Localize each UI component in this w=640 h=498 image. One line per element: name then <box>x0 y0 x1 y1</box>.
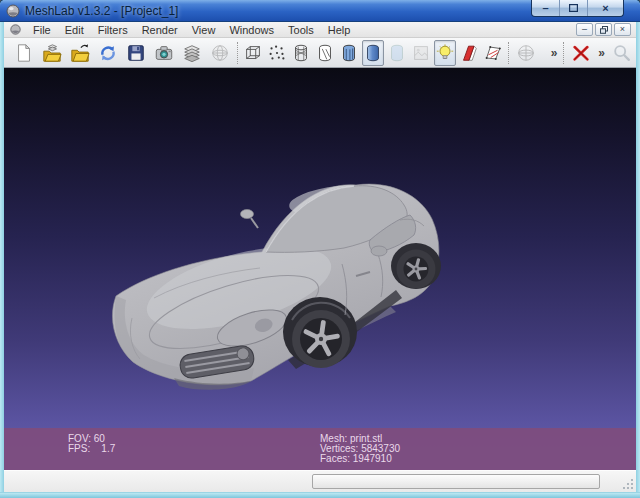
fps-readout: FPS: 1.7 <box>68 444 115 454</box>
statusbar <box>4 470 636 492</box>
close-button[interactable]: × <box>588 0 623 16</box>
window-border-bottom[interactable] <box>0 492 640 498</box>
reload-mesh-button[interactable] <box>95 40 121 66</box>
mdi-restore-button[interactable] <box>595 23 612 36</box>
progress-bar <box>312 474 600 489</box>
close-icon: × <box>602 2 608 14</box>
menubar: File Edit Filters Render View Windows To… <box>4 22 636 38</box>
menu-view[interactable]: View <box>185 23 223 37</box>
toolbar-overflow-chevron[interactable]: » <box>548 46 561 60</box>
trackball-globe-button[interactable] <box>513 40 539 66</box>
mdi-minimize-button[interactable]: – <box>576 23 593 36</box>
layers-stack-icon <box>182 43 202 63</box>
open-project-button[interactable] <box>39 40 65 66</box>
flat-lines-cylinder-icon <box>339 43 359 63</box>
backface-wedge-icon <box>459 43 479 63</box>
minimize-button[interactable]: – <box>532 0 560 16</box>
save-floppy-icon <box>126 43 146 63</box>
mdi-close-button[interactable]: × <box>614 23 631 36</box>
points-icon <box>267 43 287 63</box>
minimize-icon: – <box>542 2 548 14</box>
maximize-icon <box>569 4 578 12</box>
render-hidden-lines-button[interactable] <box>314 40 336 66</box>
search-magnifier-icon <box>612 43 632 63</box>
backface-culling-button[interactable] <box>458 40 480 66</box>
light-toggle-button[interactable] <box>434 40 456 66</box>
texture-icon <box>411 43 431 63</box>
faces-readout: Faces: 1947910 <box>320 454 400 464</box>
mdi-child-icon <box>10 24 21 35</box>
render-texture-button[interactable] <box>410 40 432 66</box>
show-trackball-button[interactable] <box>207 40 233 66</box>
toolbar-separator <box>563 42 564 64</box>
hidden-lines-cylinder-icon <box>315 43 335 63</box>
import-mesh-button[interactable] <box>67 40 93 66</box>
menu-filters[interactable]: Filters <box>91 23 135 37</box>
menu-file[interactable]: File <box>26 23 58 37</box>
selected-face-icon <box>483 43 503 63</box>
resize-grip[interactable] <box>622 478 634 490</box>
menu-edit[interactable]: Edit <box>58 23 91 37</box>
flat-cylinder-icon <box>387 43 407 63</box>
selected-face-rendering-button[interactable] <box>482 40 504 66</box>
mdi-window-controls: – × <box>576 23 631 36</box>
maximize-button[interactable] <box>560 0 588 16</box>
viewport-info-overlay: FOV: 60 FPS: 1.7 Mesh: print.stl Vertice… <box>4 428 636 470</box>
meshlab-logo-icon <box>6 4 20 18</box>
menu-windows[interactable]: Windows <box>222 23 281 37</box>
new-empty-project-button[interactable] <box>11 40 37 66</box>
open-project-folder-icon <box>42 43 62 63</box>
search-button[interactable] <box>609 40 635 66</box>
red-x-icon <box>571 43 591 63</box>
mdi-close-icon: × <box>620 25 625 34</box>
window-border-right[interactable] <box>636 22 640 492</box>
render-bounding-box-button[interactable] <box>242 40 264 66</box>
import-mesh-folder-icon <box>70 43 90 63</box>
render-flat-button[interactable] <box>386 40 408 66</box>
smooth-cylinder-icon <box>363 43 383 63</box>
show-layer-dialog-button[interactable] <box>179 40 205 66</box>
bounding-box-icon <box>243 43 263 63</box>
light-bulb-icon <box>435 43 455 63</box>
3d-viewport[interactable]: FOV: 60 FPS: 1.7 Mesh: print.stl Vertice… <box>4 68 636 470</box>
render-wireframe-button[interactable] <box>290 40 312 66</box>
window-controls: – × <box>531 0 624 17</box>
new-document-icon <box>14 43 34 63</box>
menu-tools[interactable]: Tools <box>281 23 321 37</box>
menu-render[interactable]: Render <box>135 23 185 37</box>
toolbar: » » <box>4 38 636 68</box>
camera-icon <box>154 43 174 63</box>
reload-arrows-icon <box>98 43 118 63</box>
toolbar-separator <box>237 42 238 64</box>
meshlab-window: MeshLab v1.3.2 - [Project_1] – × File Ed… <box>0 0 640 498</box>
trackball-globe-icon <box>516 43 536 63</box>
globe-icon <box>210 43 230 63</box>
export-mesh-button[interactable] <box>123 40 149 66</box>
snapshot-button[interactable] <box>151 40 177 66</box>
render-smooth-button[interactable] <box>362 40 384 66</box>
toolbar-overflow-chevron[interactable]: » <box>595 46 608 60</box>
menu-help[interactable]: Help <box>321 23 358 37</box>
delete-current-mesh-button[interactable] <box>568 40 594 66</box>
toolbar-separator <box>508 42 509 64</box>
mdi-restore-icon <box>600 26 608 34</box>
window-title: MeshLab v1.3.2 - [Project_1] <box>25 4 178 18</box>
render-points-button[interactable] <box>266 40 288 66</box>
mdi-minimize-icon: – <box>582 25 587 34</box>
car-model-render <box>4 68 636 470</box>
wireframe-cylinder-icon <box>291 43 311 63</box>
titlebar[interactable]: MeshLab v1.3.2 - [Project_1] – × <box>0 0 640 22</box>
render-flat-lines-button[interactable] <box>338 40 360 66</box>
